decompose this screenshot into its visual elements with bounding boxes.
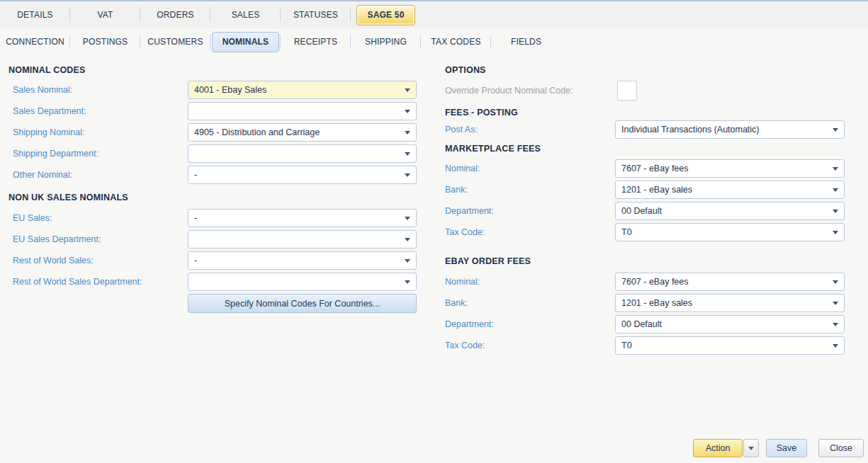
chevron-down-icon — [405, 152, 410, 156]
tab-statuses[interactable]: STATUSES — [281, 1, 351, 28]
chevron-down-icon — [405, 131, 410, 135]
shipping-department-label: Shipping Department: — [13, 144, 98, 163]
chevron-down-icon — [833, 167, 838, 171]
tab-postings-label: POSTINGS — [83, 37, 128, 47]
eb-nominal-label: Nominal: — [445, 273, 480, 291]
section-fees-posting: FEES - POSTING — [445, 108, 518, 118]
chevron-down-icon — [833, 128, 838, 132]
tab-vat[interactable]: VAT — [70, 1, 140, 28]
mp-department-select[interactable]: 00 Default — [615, 202, 845, 220]
shipping-nominal-select[interactable]: 4905 - Distribution and Carriage — [188, 123, 417, 142]
mp-bank-value: 1201 - eBay sales — [621, 181, 827, 198]
tab-sales[interactable]: SALES — [210, 1, 281, 28]
chevron-down-icon — [405, 88, 410, 92]
row-sales-department-select[interactable] — [188, 273, 417, 291]
tab-tax-codes[interactable]: TAX CODES — [421, 28, 491, 55]
section-options: OPTIONS — [445, 65, 486, 75]
tab-sage50-selected[interactable]: SAGE 50 — [356, 5, 415, 25]
tab-sales-label: SALES — [232, 10, 260, 20]
mp-tax-code-select[interactable]: T0 — [615, 223, 845, 241]
tab-orders[interactable]: ORDERS — [140, 1, 210, 28]
sales-nominal-label: Sales Nominal: — [13, 81, 72, 99]
sales-nominal-value: 4001 - Ebay Sales — [194, 81, 399, 98]
tab-customers-label: CUSTOMERS — [147, 37, 203, 47]
sales-nominal-select[interactable]: 4001 - Ebay Sales — [188, 81, 417, 99]
tab-connection-label: CONNECTION — [6, 37, 64, 47]
mp-bank-label: Bank: — [445, 181, 468, 199]
other-nominal-select[interactable]: - — [188, 166, 417, 184]
override-product-nominal-checkbox[interactable] — [617, 81, 637, 101]
tab-fields-label: FIELDS — [511, 37, 541, 47]
eb-department-value: 00 Default — [621, 316, 827, 333]
chevron-down-icon — [833, 210, 838, 213]
specify-nominal-codes-label: Specify Nominal Codes For Countries... — [225, 299, 381, 309]
eb-tax-code-value: T0 — [621, 337, 827, 354]
row-sales-label: Rest of World Sales: — [13, 251, 94, 270]
eb-tax-code-select[interactable]: T0 — [615, 336, 845, 355]
eu-sales-department-label: EU Sales Department: — [13, 230, 101, 248]
post-as-select[interactable]: Individual Transactions (Automatic) — [615, 120, 845, 139]
eb-bank-value: 1201 - eBay sales — [621, 295, 827, 311]
tab-postings[interactable]: POSTINGS — [70, 28, 140, 55]
chevron-down-icon — [405, 217, 410, 220]
action-dropdown-arrow-button[interactable] — [743, 439, 759, 457]
shipping-department-select[interactable] — [188, 144, 417, 163]
chevron-down-icon — [405, 280, 410, 284]
eu-sales-select[interactable]: - — [188, 209, 417, 227]
chevron-down-icon — [833, 231, 838, 234]
tab-fields[interactable]: FIELDS — [491, 28, 561, 55]
tab-customers[interactable]: CUSTOMERS — [140, 28, 210, 55]
mp-department-label: Department: — [445, 202, 494, 220]
tab-statuses-label: STATUSES — [293, 10, 338, 20]
tab-shipping[interactable]: SHIPPING — [351, 28, 421, 55]
other-nominal-label: Other Nominal: — [13, 166, 72, 184]
tab-nominals-selected[interactable]: NOMINALS — [212, 32, 280, 52]
row-sales-value: - — [194, 252, 399, 269]
sales-department-select[interactable] — [188, 102, 417, 120]
eb-department-select[interactable]: 00 Default — [615, 315, 845, 333]
primary-tab-bar: DETAILS VAT ORDERS SALES STATUSES SAGE 5… — [0, 1, 868, 28]
row-sales-select[interactable]: - — [188, 251, 417, 270]
row-sales-department-label: Rest of World Sales Department: — [13, 273, 142, 291]
chevron-down-icon — [833, 280, 838, 284]
mp-department-value: 00 Default — [621, 202, 827, 219]
tab-details[interactable]: DETAILS — [0, 1, 70, 28]
chevron-down-icon — [833, 323, 838, 326]
tab-receipts[interactable]: RECEIPTS — [281, 28, 351, 55]
mp-bank-select[interactable]: 1201 - eBay sales — [615, 181, 845, 199]
chevron-down-icon — [405, 173, 410, 177]
other-nominal-value: - — [194, 166, 399, 183]
chevron-down-icon — [405, 110, 410, 113]
chevron-down-icon — [748, 447, 754, 450]
eb-tax-code-label: Tax Code: — [445, 336, 485, 355]
eb-bank-select[interactable]: 1201 - eBay sales — [615, 294, 845, 312]
secondary-tab-bar: CONNECTION POSTINGS CUSTOMERS NOMINALS R… — [0, 28, 868, 55]
mp-nominal-select[interactable]: 7607 - eBay fees — [615, 159, 845, 178]
mp-tax-code-label: Tax Code: — [445, 223, 485, 241]
sales-department-label: Sales Department: — [13, 102, 86, 120]
close-button[interactable]: Close — [818, 439, 864, 457]
save-button[interactable]: Save — [766, 439, 807, 457]
tab-shipping-label: SHIPPING — [365, 37, 407, 47]
post-as-value: Individual Transactions (Automatic) — [621, 121, 827, 138]
action-button-label: Action — [706, 443, 731, 453]
tab-receipts-label: RECEIPTS — [294, 37, 338, 47]
tab-sage50[interactable]: SAGE 50 — [351, 1, 421, 28]
tab-orders-label: ORDERS — [157, 10, 194, 20]
eu-sales-department-select[interactable] — [188, 230, 417, 248]
chevron-down-icon — [833, 344, 838, 348]
tab-nominals[interactable]: NOMINALS — [210, 28, 281, 55]
section-nominal-codes: NOMINAL CODES — [9, 65, 86, 75]
tab-details-label: DETAILS — [17, 10, 53, 20]
chevron-down-icon — [833, 188, 838, 192]
action-button[interactable]: Action — [693, 439, 743, 457]
specify-nominal-codes-button[interactable]: Specify Nominal Codes For Countries... — [188, 294, 417, 313]
eu-sales-value: - — [194, 210, 399, 227]
eb-nominal-value: 7607 - eBay fees — [621, 273, 827, 290]
eb-nominal-select[interactable]: 7607 - eBay fees — [615, 273, 845, 291]
tab-connection[interactable]: CONNECTION — [0, 28, 70, 55]
chevron-down-icon — [405, 259, 410, 263]
tab-tax-codes-label: TAX CODES — [431, 37, 480, 47]
shipping-nominal-label: Shipping Nominal: — [13, 123, 84, 142]
mp-tax-code-value: T0 — [621, 224, 827, 241]
